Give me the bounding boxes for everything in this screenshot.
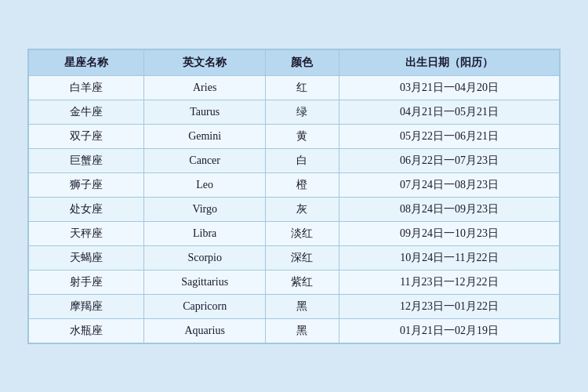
- cell-english: Sagittarius: [144, 270, 266, 294]
- table-row: 狮子座Leo橙07月24日一08月23日: [29, 172, 560, 197]
- cell-color: 绿: [266, 100, 339, 124]
- cell-color: 淡红: [266, 221, 339, 245]
- cell-dates: 07月24日一08月23日: [339, 172, 559, 197]
- table-row: 天秤座Libra淡红09月24日一10月23日: [29, 221, 560, 245]
- cell-chinese: 处女座: [29, 197, 144, 221]
- table-body: 白羊座Aries红03月21日一04月20日金牛座Taurus绿04月21日一0…: [29, 75, 560, 343]
- cell-dates: 03月21日一04月20日: [339, 75, 559, 100]
- cell-color: 黄: [266, 124, 339, 148]
- cell-dates: 08月24日一09月23日: [339, 197, 559, 221]
- cell-english: Capricorn: [144, 294, 266, 318]
- col-header-chinese: 星座名称: [29, 49, 144, 75]
- col-header-english: 英文名称: [144, 49, 266, 75]
- cell-color: 灰: [266, 197, 339, 221]
- cell-english: Gemini: [144, 124, 266, 148]
- cell-english: Virgo: [144, 197, 266, 221]
- table-row: 摩羯座Capricorn黑12月23日一01月22日: [29, 294, 560, 318]
- cell-color: 黑: [266, 318, 339, 343]
- cell-color: 紫红: [266, 270, 339, 294]
- cell-english: Libra: [144, 221, 266, 245]
- cell-dates: 11月23日一12月22日: [339, 270, 559, 294]
- cell-dates: 06月22日一07月23日: [339, 148, 559, 172]
- cell-chinese: 摩羯座: [29, 294, 144, 318]
- cell-color: 橙: [266, 172, 339, 197]
- cell-dates: 09月24日一10月23日: [339, 221, 559, 245]
- cell-dates: 01月21日一02月19日: [339, 318, 559, 343]
- cell-english: Cancer: [144, 148, 266, 172]
- col-header-color: 颜色: [266, 49, 339, 75]
- cell-color: 红: [266, 75, 339, 100]
- cell-english: Aries: [144, 75, 266, 100]
- cell-chinese: 狮子座: [29, 172, 144, 197]
- cell-color: 白: [266, 148, 339, 172]
- cell-chinese: 白羊座: [29, 75, 144, 100]
- cell-chinese: 金牛座: [29, 100, 144, 124]
- cell-chinese: 水瓶座: [29, 318, 144, 343]
- cell-color: 黑: [266, 294, 339, 318]
- cell-chinese: 射手座: [29, 270, 144, 294]
- cell-english: Taurus: [144, 100, 266, 124]
- table-row: 处女座Virgo灰08月24日一09月23日: [29, 197, 560, 221]
- cell-dates: 10月24日一11月22日: [339, 245, 559, 270]
- col-header-dates: 出生日期（阳历）: [339, 49, 559, 75]
- table-row: 白羊座Aries红03月21日一04月20日: [29, 75, 560, 100]
- cell-chinese: 天秤座: [29, 221, 144, 245]
- table-row: 巨蟹座Cancer白06月22日一07月23日: [29, 148, 560, 172]
- table-header-row: 星座名称 英文名称 颜色 出生日期（阳历）: [29, 49, 560, 75]
- zodiac-table: 星座名称 英文名称 颜色 出生日期（阳历） 白羊座Aries红03月21日一04…: [28, 49, 560, 343]
- cell-chinese: 双子座: [29, 124, 144, 148]
- cell-dates: 12月23日一01月22日: [339, 294, 559, 318]
- table-row: 水瓶座Aquarius黑01月21日一02月19日: [29, 318, 560, 343]
- cell-english: Scorpio: [144, 245, 266, 270]
- table-row: 天蝎座Scorpio深红10月24日一11月22日: [29, 245, 560, 270]
- cell-english: Aquarius: [144, 318, 266, 343]
- table-row: 金牛座Taurus绿04月21日一05月21日: [29, 100, 560, 124]
- cell-dates: 04月21日一05月21日: [339, 100, 559, 124]
- cell-dates: 05月22日一06月21日: [339, 124, 559, 148]
- table-row: 双子座Gemini黄05月22日一06月21日: [29, 124, 560, 148]
- cell-english: Leo: [144, 172, 266, 197]
- table-row: 射手座Sagittarius紫红11月23日一12月22日: [29, 270, 560, 294]
- cell-color: 深红: [266, 245, 339, 270]
- cell-chinese: 巨蟹座: [29, 148, 144, 172]
- cell-chinese: 天蝎座: [29, 245, 144, 270]
- zodiac-table-container: 星座名称 英文名称 颜色 出生日期（阳历） 白羊座Aries红03月21日一04…: [27, 49, 561, 344]
